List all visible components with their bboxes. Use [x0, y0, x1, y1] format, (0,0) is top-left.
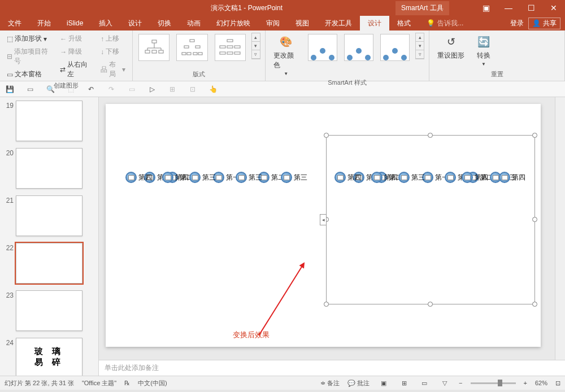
tab-file[interactable]: 文件: [0, 16, 29, 31]
style-thumb-3[interactable]: [380, 34, 410, 61]
zoom-in-button[interactable]: +: [524, 380, 527, 386]
start-slideshow-button[interactable]: ▷: [147, 84, 157, 94]
close-button[interactable]: ✕: [542, 0, 565, 16]
thumb-23[interactable]: [16, 290, 82, 331]
promote-button[interactable]: ← 升级: [58, 33, 94, 45]
change-colors-button[interactable]: 🎨更改颜色▼: [270, 33, 302, 77]
text-pane-toggle[interactable]: ◂: [320, 214, 327, 225]
tab-design[interactable]: 设计: [120, 16, 150, 31]
slideshow-view-button[interactable]: ▽: [438, 378, 451, 388]
selection-box[interactable]: ◂: [326, 135, 535, 304]
login-link[interactable]: 登录: [510, 19, 524, 28]
notes-pane[interactable]: 单击此处添加备注: [99, 360, 565, 376]
thumb-21[interactable]: [16, 195, 82, 236]
vertical-scrollbar[interactable]: [555, 97, 565, 360]
qat-btn-7[interactable]: ▭: [127, 84, 137, 94]
tab-insert[interactable]: 插入: [91, 16, 120, 31]
sorter-view-button[interactable]: ⊞: [398, 378, 410, 388]
tab-smartart-design[interactable]: 设计: [360, 16, 389, 31]
tab-slideshow[interactable]: 幻灯片放映: [208, 16, 258, 31]
ribbon-display-options-icon[interactable]: ▣: [475, 0, 497, 16]
normal-view-button[interactable]: ▣: [377, 378, 390, 388]
tab-islide[interactable]: iSlide: [59, 16, 91, 31]
qat-btn-9[interactable]: ⊞: [167, 84, 177, 94]
move-up-button[interactable]: ↑ 上移: [98, 33, 128, 45]
thumb-24[interactable]: 玻 璃易 碎: [16, 338, 82, 376]
layout-button[interactable]: 品 布局 ▾: [98, 59, 128, 80]
tab-transitions[interactable]: 切换: [150, 16, 179, 31]
redo-button[interactable]: ↷: [106, 84, 116, 94]
svg-rect-0: [152, 40, 157, 43]
zoom-out-button[interactable]: −: [459, 380, 462, 386]
thumb-20[interactable]: [16, 148, 82, 189]
comments-toggle[interactable]: 💬 批注: [347, 379, 370, 387]
title-bar: 演示文稿1 - PowerPoint SmartArt 工具 ▣ — ☐ ✕: [0, 0, 565, 16]
style-thumb-1[interactable]: [308, 34, 337, 61]
layout-thumb-3[interactable]: [215, 34, 246, 61]
move-down-button[interactable]: ↓ 下移: [98, 46, 128, 58]
tab-smartart-format[interactable]: 格式: [389, 16, 419, 31]
tab-view[interactable]: 视图: [288, 16, 317, 31]
slide-counter[interactable]: 幻灯片 第 22 张, 共 31 张: [5, 379, 74, 387]
tell-me-search[interactable]: 💡告诉我...: [419, 16, 471, 31]
resize-handle[interactable]: [532, 133, 537, 138]
language-indicator[interactable]: 中文(中国): [138, 379, 167, 387]
style-gallery-scroll[interactable]: ▴▾▿: [415, 33, 424, 59]
smartart-tree-left: 第一 第二 第二 第三 第三 第三 第三 第四 第四: [123, 172, 326, 273]
palette-icon: 🎨: [278, 34, 294, 50]
resize-handle[interactable]: [532, 302, 537, 307]
minimize-button[interactable]: —: [497, 0, 520, 16]
tab-home[interactable]: 开始: [29, 16, 59, 31]
thumb-19[interactable]: [16, 101, 82, 141]
doc-title: 演示文稿1 - PowerPoint: [211, 3, 282, 13]
restore-button[interactable]: ☐: [520, 0, 542, 16]
svg-rect-8: [187, 53, 191, 55]
print-preview-button[interactable]: 🔍: [45, 84, 55, 94]
annotation-arrow: [258, 263, 304, 336]
tab-review[interactable]: 审阅: [258, 16, 288, 31]
reading-view-button[interactable]: ▭: [418, 378, 431, 388]
rtl-button[interactable]: ⇄ 从右向左: [58, 59, 94, 80]
resize-handle[interactable]: [324, 133, 329, 138]
menu-bar: 文件 开始 iSlide 插入 设计 切换 动画 幻灯片放映 审阅 视图 开发工…: [0, 16, 565, 31]
tab-animations[interactable]: 动画: [179, 16, 208, 31]
layout-thumb-2[interactable]: [176, 34, 207, 61]
qat-btn-10[interactable]: ⊡: [188, 84, 198, 94]
contextual-tool-title: SmartArt 工具: [395, 1, 449, 15]
svg-rect-15: [220, 52, 225, 54]
undo-button[interactable]: ↶: [86, 84, 96, 94]
resize-handle[interactable]: [428, 302, 433, 307]
spellcheck-icon[interactable]: ℞: [124, 380, 130, 387]
touch-mode-button[interactable]: 👆: [208, 84, 218, 94]
text-pane-button[interactable]: ▭ 文本窗格: [5, 68, 53, 80]
convert-button[interactable]: 🔄转换▼: [472, 33, 495, 68]
layout-gallery-scroll[interactable]: ▴▾▿: [251, 33, 260, 59]
resize-handle[interactable]: [324, 302, 329, 307]
zoom-level[interactable]: 62%: [535, 380, 547, 386]
annotation-text: 变换后效果: [233, 330, 270, 340]
thumb-22[interactable]: [16, 243, 82, 284]
svg-rect-5: [184, 46, 189, 48]
add-bullet-button[interactable]: ⊟ 添加项目符号: [5, 46, 53, 67]
demote-button[interactable]: → 降级: [58, 46, 94, 58]
slide-thumbnails-panel[interactable]: 19 20 21 22 23 24玻 璃易 碎: [0, 97, 99, 376]
tab-devtools[interactable]: 开发工具: [317, 16, 360, 31]
qat-separator: ⬚: [66, 84, 76, 94]
style-thumb-2[interactable]: [344, 34, 373, 61]
new-button[interactable]: ▭: [25, 84, 35, 94]
svg-rect-6: [195, 46, 200, 48]
save-button[interactable]: 💾: [5, 84, 15, 94]
zoom-slider[interactable]: [471, 382, 516, 384]
slide-canvas[interactable]: 第一 第二 第二 第三 第三 第三 第三 第四 第四 第一 第二 第: [106, 104, 541, 347]
convert-icon: 🔄: [476, 34, 492, 50]
resize-handle[interactable]: [428, 133, 433, 138]
reset-icon: ↺: [443, 34, 459, 50]
layout-thumb-1[interactable]: [138, 34, 169, 61]
notes-toggle[interactable]: ≑ 备注: [320, 379, 340, 387]
resize-handle[interactable]: [532, 217, 537, 222]
fit-to-window-button[interactable]: ⊡: [555, 380, 560, 387]
svg-rect-7: [182, 53, 186, 55]
share-button[interactable]: 👤共享: [528, 18, 560, 29]
reset-graphic-button[interactable]: ↺重设图形: [434, 33, 468, 62]
add-shape-button[interactable]: ⬚ 添加形状 ▾: [5, 33, 53, 45]
